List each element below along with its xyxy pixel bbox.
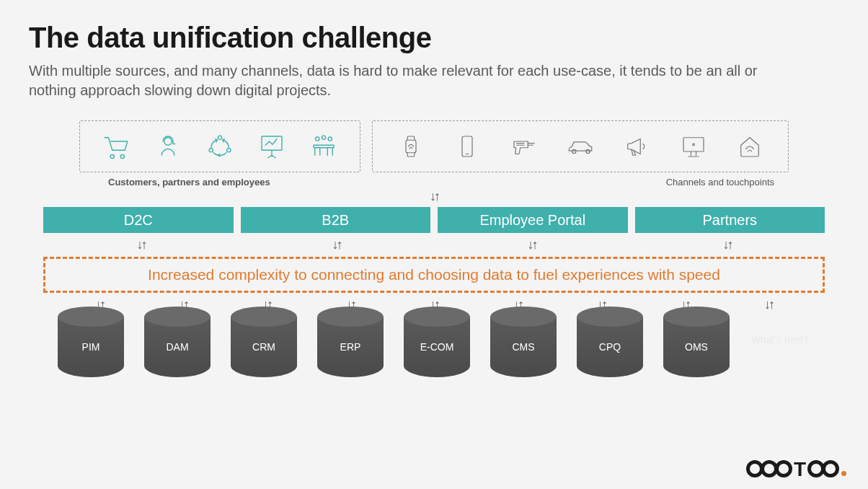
logo-dot-icon — [841, 471, 846, 476]
cylinder-row: PIM DAM CRM ERP E-COM CMS CPQ OMS What's… — [58, 317, 810, 377]
flow-arrow: ↓↑ — [727, 297, 810, 312]
smartphone-icon — [450, 129, 484, 164]
brand-logo: T — [746, 460, 846, 477]
svg-point-16 — [692, 144, 694, 146]
cylinder-label: PIM — [58, 341, 124, 353]
cylinder-pim: PIM — [58, 317, 124, 377]
cylinder-label: CRM — [231, 341, 297, 353]
top-captions: Customers, partners and employees Channe… — [79, 177, 789, 188]
desktop-icon — [676, 129, 711, 164]
megaphone-icon — [619, 129, 654, 164]
svg-point-4 — [209, 149, 213, 152]
flow-arrow: ↓↑ — [43, 237, 239, 252]
flow-arrow: ↓↑ — [629, 237, 825, 252]
channel-arrows: ↓↑ ↓↑ ↓↑ ↓↑ — [43, 237, 825, 252]
people-caption: Customers, partners and employees — [79, 177, 372, 188]
channels-caption: Channels and touchpoints — [372, 177, 789, 188]
channel-employee-portal: Employee Portal — [438, 207, 628, 233]
svg-point-2 — [164, 138, 172, 146]
flow-arrow: ↓↑ — [239, 237, 434, 252]
cylinder-oms: OMS — [663, 317, 730, 377]
people-cycle-icon — [203, 129, 237, 164]
slide: The data unification challenge With mult… — [0, 0, 868, 392]
smartwatch-icon — [394, 129, 428, 164]
cylinder-erp: ERP — [317, 317, 384, 377]
channels-row: D2C B2B Employee Portal Partners — [43, 207, 825, 233]
cylinder-label: ERP — [317, 341, 384, 353]
svg-point-0 — [110, 154, 114, 158]
top-icon-row — [79, 120, 789, 172]
whats-next-text: What's next? — [750, 334, 810, 360]
channel-partners: Partners — [635, 207, 825, 233]
cart-icon — [99, 129, 133, 164]
headset-person-icon — [151, 129, 185, 164]
cylinder-label: CMS — [490, 341, 557, 353]
logo-ring-icon — [822, 460, 839, 477]
svg-point-3 — [218, 136, 221, 139]
cylinder-cms: CMS — [490, 317, 557, 377]
svg-rect-10 — [406, 140, 416, 153]
svg-rect-15 — [683, 138, 704, 151]
channel-b2b: B2B — [241, 207, 431, 233]
svg-rect-11 — [462, 136, 472, 157]
cylinder-label: E-COM — [404, 341, 470, 353]
svg-point-5 — [227, 149, 231, 152]
svg-point-8 — [322, 136, 325, 139]
svg-point-9 — [328, 137, 332, 141]
cylinder-dam: DAM — [144, 317, 211, 377]
svg-point-14 — [586, 149, 590, 153]
page-subtitle: With multiple sources, and many channels… — [29, 61, 807, 100]
presentation-icon — [254, 129, 289, 164]
logo-letter: T — [794, 462, 806, 477]
cylinder-label: CPQ — [577, 341, 643, 353]
svg-point-13 — [572, 149, 576, 153]
flow-arrow: ↓↑ — [434, 237, 629, 252]
logo-ring-icon — [775, 460, 792, 477]
cylinder-label: DAM — [144, 341, 211, 353]
cylinder-ecom: E-COM — [404, 317, 470, 377]
car-icon — [563, 129, 598, 164]
smart-home-icon — [732, 129, 767, 164]
complexity-box: Increased complexity to connecting and c… — [43, 257, 825, 293]
svg-point-1 — [120, 154, 124, 158]
meeting-table-icon — [306, 129, 341, 164]
page-title: The data unification challenge — [29, 22, 839, 54]
cylinder-label: OMS — [663, 341, 730, 353]
cylinder-crm: CRM — [231, 317, 297, 377]
cylinder-cpq: CPQ — [577, 317, 643, 377]
channels-box — [372, 120, 789, 172]
people-box — [79, 120, 360, 172]
flow-arrow-top: ↓↑ — [29, 189, 839, 204]
drill-icon — [507, 129, 541, 164]
svg-point-7 — [316, 137, 319, 141]
channel-d2c: D2C — [43, 207, 234, 233]
